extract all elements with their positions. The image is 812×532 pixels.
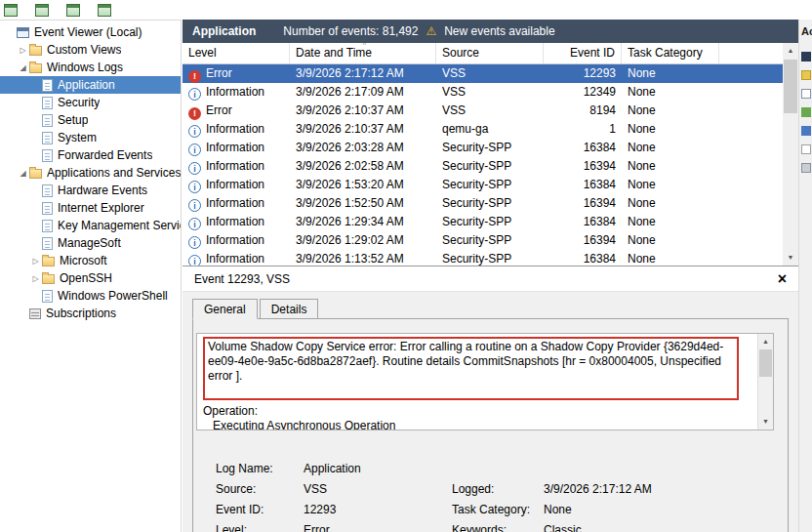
- datetime-cell: 3/9/2026 1:52:50 AM: [296, 196, 404, 210]
- collapse-arrow-icon[interactable]: ◢: [17, 63, 29, 72]
- event-row[interactable]: iInformation3/9/2026 2:02:58 AMSecurity-…: [183, 157, 783, 176]
- tab-general[interactable]: General: [192, 299, 258, 319]
- sidebar-item-hardware-events[interactable]: Hardware Events: [0, 182, 181, 199]
- action-icon[interactable]: [801, 107, 811, 117]
- sidebar-item-label: OpenSSH: [60, 271, 112, 285]
- event-description: Volume Shadow Copy Service error: Error …: [197, 334, 758, 430]
- sidebar-item-openssh[interactable]: ▷OpenSSH: [0, 269, 181, 287]
- sidebar-item-application[interactable]: Application: [0, 76, 181, 94]
- expand-arrow-icon[interactable]: ▷: [29, 274, 42, 283]
- action-icon[interactable]: [801, 163, 811, 173]
- field-label: Task Category:: [452, 503, 544, 516]
- datetime-cell: 3/9/2026 2:10:37 AM: [296, 103, 404, 117]
- field-value: 12293: [304, 503, 452, 516]
- event-row[interactable]: iInformation3/9/2026 1:29:02 AMSecurity-…: [183, 231, 783, 250]
- sidebar-item-label: Event Viewer (Local): [34, 25, 142, 39]
- column-header-date-and-time[interactable]: ^Date and Time: [290, 43, 436, 63]
- sidebar-item-managesoft[interactable]: ManageSoft: [0, 234, 181, 252]
- event-description-box: Volume Shadow Copy Service error: Error …: [196, 333, 774, 430]
- event-id-cell: 16384: [584, 215, 616, 228]
- scroll-up-icon[interactable]: ▲: [783, 43, 798, 59]
- event-row[interactable]: iInformation3/9/2026 1:53:20 AMSecurity-…: [183, 176, 783, 194]
- field-value: Error: [304, 523, 452, 532]
- event-row[interactable]: iInformation3/9/2026 2:17:09 AMVSS12349N…: [183, 83, 783, 102]
- level-cell: Information: [206, 141, 264, 154]
- event-row[interactable]: !Error3/9/2026 2:17:12 AMVSS12293None: [183, 64, 783, 83]
- level-cell: Information: [206, 196, 264, 210]
- table-scrollbar[interactable]: ▲ ▼: [783, 43, 798, 266]
- event-row[interactable]: iInformation3/9/2026 2:10:37 AMqemu-ga1N…: [183, 120, 783, 139]
- event-row[interactable]: iInformation3/9/2026 1:13:52 AMSecurity-…: [183, 250, 783, 266]
- scroll-down-icon[interactable]: ▼: [783, 250, 798, 266]
- scrollbar-thumb[interactable]: [759, 349, 772, 377]
- datetime-cell: 3/9/2026 2:03:28 AM: [296, 141, 404, 154]
- level-cell: Information: [206, 215, 264, 228]
- action-icon[interactable]: [801, 144, 811, 154]
- close-icon[interactable]: ×: [778, 271, 787, 287]
- column-header-label: Source: [442, 46, 479, 60]
- log-icon: [42, 97, 53, 109]
- column-header-source[interactable]: Source: [436, 43, 544, 63]
- action-icon[interactable]: [801, 52, 811, 61]
- sidebar-item-applications-and-services-lo[interactable]: ◢Applications and Services Lo: [0, 164, 181, 182]
- action-icon[interactable]: [801, 70, 811, 80]
- tab-details[interactable]: Details: [260, 299, 319, 318]
- event-row[interactable]: iInformation3/9/2026 1:52:50 AMSecurity-…: [183, 194, 783, 213]
- sidebar-item-event-viewer-local[interactable]: Event Viewer (Local): [0, 23, 181, 41]
- console-window-icon[interactable]: [98, 4, 111, 17]
- field-value: Classic: [544, 523, 782, 532]
- sidebar-item-windows-logs[interactable]: ◢Windows Logs: [0, 59, 181, 76]
- sort-indicator-icon: ^: [363, 43, 367, 49]
- event-row[interactable]: iInformation3/9/2026 2:03:28 AMSecurity-…: [183, 139, 783, 157]
- log-icon: [42, 290, 53, 303]
- expand-arrow-icon[interactable]: ▷: [17, 46, 29, 55]
- action-icon[interactable]: [801, 89, 811, 99]
- sidebar-item-system[interactable]: System: [0, 129, 181, 146]
- sidebar-item-security[interactable]: Security: [0, 94, 181, 111]
- sidebar-item-subscriptions[interactable]: Subscriptions: [0, 305, 181, 322]
- console-window-icon[interactable]: [66, 4, 80, 17]
- column-header-level[interactable]: Level: [183, 43, 290, 63]
- level-cell: Error: [206, 66, 232, 80]
- action-icon[interactable]: [801, 126, 811, 136]
- console-window-icon[interactable]: [4, 4, 18, 17]
- event-row[interactable]: iInformation3/9/2026 1:29:34 AMSecurity-…: [183, 213, 783, 231]
- actions-pane-collapsed[interactable]: Actions: [798, 20, 812, 532]
- sidebar-item-key-management-service[interactable]: Key Management Service: [0, 217, 181, 234]
- field-value: Application: [304, 462, 452, 475]
- task-category-cell: None: [628, 233, 656, 247]
- collapse-arrow-icon[interactable]: ◢: [17, 169, 29, 178]
- field-label: Event ID:: [216, 503, 304, 516]
- detail-title: Event 12293, VSS: [194, 272, 290, 286]
- sidebar-item-label: Forwarded Events: [58, 148, 152, 162]
- description-scrollbar[interactable]: ▲ ▼: [757, 334, 773, 430]
- sidebar-item-setup[interactable]: Setup: [0, 111, 181, 129]
- console-window-icon[interactable]: [35, 4, 49, 17]
- sidebar-item-custom-views[interactable]: ▷Custom Views: [0, 41, 181, 59]
- datetime-cell: 3/9/2026 2:17:09 AM: [296, 85, 404, 99]
- sidebar-item-windows-powershell[interactable]: Windows PowerShell: [0, 287, 181, 305]
- column-header-task-category[interactable]: Task Category: [622, 43, 719, 63]
- sidebar-item-internet-explorer[interactable]: Internet Explorer: [0, 199, 181, 217]
- information-icon: i: [188, 199, 201, 212]
- event-count: Number of events: 81,492: [283, 24, 418, 38]
- scroll-up-icon[interactable]: ▲: [758, 334, 773, 349]
- tab-label: Details: [271, 303, 307, 316]
- column-header-label: Date and Time: [296, 46, 372, 60]
- log-icon: [42, 79, 53, 92]
- sidebar-item-label: Windows Logs: [47, 61, 123, 74]
- sidebar-item-microsoft[interactable]: ▷Microsoft: [0, 252, 181, 269]
- information-icon: i: [188, 181, 201, 193]
- level-cell: Information: [206, 85, 264, 99]
- event-row[interactable]: !Error3/9/2026 2:10:37 AMVSS8194None: [183, 102, 783, 120]
- event-detail-pane: Event 12293, VSS × GeneralDetails Volume…: [183, 266, 798, 532]
- event-message: Volume Shadow Copy Service error: Error …: [208, 340, 723, 383]
- sidebar-item-label: Subscriptions: [46, 307, 116, 320]
- property-row: Event ID:12293Task Category:None: [196, 499, 782, 519]
- scrollbar-thumb[interactable]: [784, 60, 797, 113]
- sidebar-item-forwarded-events[interactable]: Forwarded Events: [0, 146, 181, 164]
- column-header-event-id[interactable]: Event ID: [544, 43, 622, 63]
- expand-arrow-icon[interactable]: ▷: [29, 257, 42, 266]
- detail-tabs: GeneralDetails: [192, 299, 320, 319]
- scroll-down-icon[interactable]: ▼: [758, 414, 773, 430]
